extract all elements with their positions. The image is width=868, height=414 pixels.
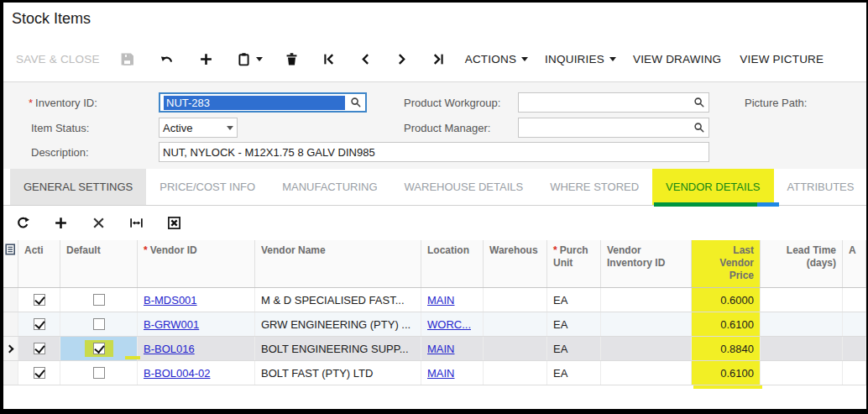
save-close-button[interactable]: SAVE & CLOSE [16,53,100,66]
view-drawing-button[interactable]: VIEW DRAWING [633,53,721,66]
row-indicator[interactable] [3,337,18,360]
active-checkbox[interactable] [34,367,45,379]
clipboard-icon[interactable] [237,52,263,66]
tab-price-cost-info[interactable]: PRICE/COST INFO [146,169,269,205]
cell-last-vendor-price[interactable]: 0.6100 [692,312,761,336]
cell-lead-time[interactable] [761,337,843,360]
cell-lead-time[interactable] [761,361,843,385]
add-row-icon[interactable] [54,216,68,230]
location-link[interactable]: MAIN [427,294,455,307]
cell-vendor-id[interactable]: B-MDS001 [138,288,255,312]
cell-vendor-name[interactable]: BOLT ENGINEERING SUPP... [255,337,421,360]
active-checkbox[interactable] [34,318,45,330]
cell-truncated[interactable] [843,288,866,312]
vendor-id-link[interactable]: B-GRW001 [144,318,199,331]
table-row[interactable]: B-BOL004-02 BOLT FAST (PTY) LTD MAIN EA … [3,361,866,385]
search-icon[interactable] [693,97,705,108]
refresh-icon[interactable] [16,216,30,230]
search-icon[interactable] [350,97,362,108]
tab-where-stored[interactable]: WHERE STORED [536,169,652,205]
col-header-vendor-id[interactable]: *Vendor ID [138,240,255,287]
cell-vendor-name[interactable]: GRW ENGINEERING (PTY) ... [255,312,421,336]
inventory-id-field[interactable]: NUT-283 [159,92,367,113]
vendor-id-link[interactable]: B-BOL004-02 [144,367,211,380]
row-indicator[interactable] [3,288,18,312]
vendor-id-link[interactable]: B-BOL016 [144,343,195,355]
cell-vendor-inventory-id[interactable] [601,312,692,336]
cell-purch-unit[interactable]: EA [547,312,601,336]
cell-active[interactable] [18,288,60,312]
table-row[interactable]: B-MDS001 M & D SPECIALISED FAST... MAIN … [3,288,866,312]
tab-general-settings[interactable]: GENERAL SETTINGS [10,169,146,205]
default-checkbox[interactable] [93,318,105,330]
cell-lead-time[interactable] [761,288,843,312]
cell-warehouse[interactable] [484,337,547,360]
cell-truncated[interactable] [843,337,866,360]
view-picture-button[interactable]: VIEW PICTURE [740,53,824,66]
location-link[interactable]: MAIN [427,367,455,380]
location-link[interactable]: WORC... [427,318,471,331]
go-next-icon[interactable] [395,52,409,66]
col-header-warehouse[interactable]: Warehous [484,240,547,287]
col-header-last-vendor-price[interactable]: Last Vendor Price [692,240,761,287]
add-icon[interactable] [199,52,213,66]
cell-purch-unit[interactable]: EA [547,337,601,360]
cell-default[interactable] [60,361,138,385]
cell-location[interactable]: MAIN [421,361,484,385]
cell-active[interactable] [18,312,60,336]
default-checkbox[interactable] [93,367,105,379]
go-first-icon[interactable] [322,52,337,66]
export-excel-icon[interactable] [167,216,181,230]
cell-active[interactable] [18,337,60,360]
col-header-location[interactable]: Location [421,240,484,287]
cell-vendor-id[interactable]: B-BOL016 [138,337,255,360]
cell-last-vendor-price[interactable]: 0.6100 [692,361,761,385]
inquiries-menu-button[interactable]: INQUIRIES [545,53,616,66]
vendor-id-link[interactable]: B-MDS001 [144,294,197,307]
col-header-active[interactable]: Acti [18,240,60,287]
col-header-vendor-name[interactable]: Vendor Name [255,240,421,287]
delete-row-icon[interactable] [92,216,106,230]
cell-warehouse[interactable] [484,312,547,336]
col-header-vendor-inventory-id[interactable]: Vendor Inventory ID [601,240,692,287]
cell-lead-time[interactable] [761,312,843,336]
cell-default[interactable] [60,312,138,336]
cell-last-vendor-price[interactable]: 0.8840 [692,337,761,360]
actions-menu-button[interactable]: ACTIONS [465,53,528,66]
cell-vendor-id[interactable]: B-BOL004-02 [138,361,255,385]
product-manager-field[interactable] [518,118,709,138]
col-header-truncated[interactable]: A [843,240,866,287]
item-status-select[interactable]: Active [159,118,238,138]
cell-vendor-id[interactable]: B-GRW001 [138,312,255,336]
tab-manufacturing[interactable]: MANUFACTURING [269,169,390,205]
default-checkbox[interactable] [93,343,105,354]
cell-purch-unit[interactable]: EA [547,288,601,312]
save-icon[interactable] [120,52,134,66]
description-field[interactable]: NUT, NYLOCK - M12X1.75 8 GALV DIN985 [159,142,709,162]
tab-warehouse-details[interactable]: WAREHOUSE DETAILS [391,169,537,205]
cell-truncated[interactable] [843,361,866,385]
tab-attributes[interactable]: ATTRIBUTES [774,169,868,205]
cell-location[interactable]: MAIN [421,337,484,360]
cell-truncated[interactable] [843,312,866,336]
undo-icon[interactable] [159,52,174,66]
product-workgroup-field[interactable] [518,92,709,113]
table-row-selected[interactable]: B-BOL016 BOLT ENGINEERING SUPP... MAIN E… [3,337,866,361]
cell-vendor-name[interactable]: BOLT FAST (PTY) LTD [255,361,421,385]
cell-warehouse[interactable] [484,288,547,312]
cell-default[interactable] [60,288,138,312]
cell-location[interactable]: WORC... [421,312,484,336]
cell-vendor-name[interactable]: M & D SPECIALISED FAST... [255,288,421,312]
cell-last-vendor-price[interactable]: 0.6000 [692,288,761,312]
cell-location[interactable]: MAIN [421,288,484,312]
cell-vendor-inventory-id[interactable] [601,337,692,360]
row-indicator[interactable] [3,361,18,385]
go-last-icon[interactable] [431,52,445,66]
col-header-default[interactable]: Default [60,240,138,287]
cell-purch-unit[interactable]: EA [547,361,601,385]
go-previous-icon[interactable] [358,52,373,66]
cell-vendor-inventory-id[interactable] [601,361,692,385]
search-icon[interactable] [693,122,705,134]
cell-active[interactable] [18,361,60,385]
active-checkbox[interactable] [34,294,45,306]
